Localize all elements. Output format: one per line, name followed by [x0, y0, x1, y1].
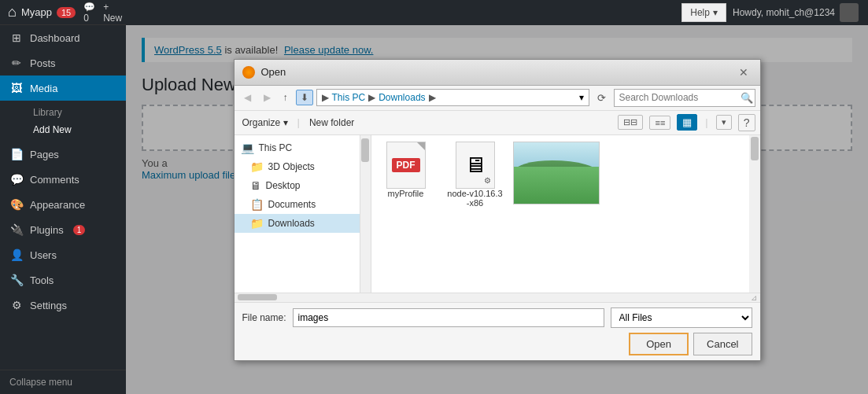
bottom-scrollbar-thumb[interactable] [238, 294, 277, 300]
nav-desktop[interactable]: 🖥 Desktop [235, 176, 360, 195]
sidebar-sub-library[interactable]: Library [24, 104, 126, 121]
dialog-toolbar: Organize | New folder ⊟⊟ ≡≡ ▦ | ▾ ? [235, 111, 760, 135]
dialog-overlay: Open ✕ ◀ ▶ ↑ ⬇ ▶ This PC ▶ Downloads ▶ [126, 25, 868, 394]
user-avatar [840, 3, 859, 22]
organize-button[interactable]: Organize [239, 116, 291, 130]
back-button[interactable]: ◀ [239, 90, 256, 105]
view-details-button[interactable]: ≡≡ [649, 116, 670, 130]
resize-handle: ⊿ [751, 293, 757, 302]
collapse-menu[interactable]: Collapse menu [0, 370, 126, 394]
appearance-icon: 🎨 [9, 198, 24, 211]
sidebar-item-plugins[interactable]: 🔌 Plugins 1 [0, 217, 126, 242]
bottom-scrollbar[interactable]: ⊿ [235, 293, 760, 302]
site-name[interactable]: Myapp [21, 6, 52, 18]
address-downloads[interactable]: Downloads [379, 92, 425, 103]
filetype-select[interactable]: All Files [611, 307, 752, 328]
nav-scrollbar-thumb[interactable] [361, 138, 369, 162]
help-button[interactable]: Help ▾ [681, 3, 726, 22]
sidebar-sub-add-new[interactable]: Add New [24, 121, 126, 138]
dialog-help-button[interactable]: ? [738, 114, 755, 131]
sidebar-item-label: Plugins [30, 224, 64, 236]
nav-documents[interactable]: 📋 Documents [235, 195, 360, 214]
view-list-button[interactable]: ⊟⊟ [618, 115, 643, 130]
this-pc-icon: 💻 [241, 142, 254, 154]
posts-icon: ✏ [9, 57, 24, 69]
comments-icon: 💬 [9, 173, 24, 186]
filename-row: File name: All Files [242, 307, 752, 328]
file-item-image[interactable] [513, 138, 600, 289]
sidebar-item-label: Pages [30, 149, 59, 160]
content-scrollbar-thumb[interactable] [751, 137, 759, 160]
forward-button[interactable]: ▶ [259, 90, 275, 105]
tools-icon: 🔧 [9, 274, 24, 286]
nav-label: Documents [268, 199, 316, 210]
pages-icon: 📄 [9, 148, 24, 160]
sidebar-item-appearance[interactable]: 🎨 Appearance [0, 192, 126, 217]
new-folder-button[interactable]: New folder [306, 116, 357, 130]
sidebar-item-users[interactable]: 👤 Users [0, 242, 126, 267]
nav-scrollbar[interactable] [360, 135, 371, 293]
dialog-title-text: Open [261, 66, 729, 78]
open-file-dialog: Open ✕ ◀ ▶ ↑ ⬇ ▶ This PC ▶ Downloads ▶ [234, 59, 761, 361]
content-scrollbar[interactable] [749, 135, 760, 293]
sidebar-item-label: Appearance [30, 199, 85, 211]
wp-logo-icon: ⌂ [8, 4, 17, 20]
users-icon: 👤 [9, 249, 24, 261]
sidebar: ⌂ Myapp 15 💬 0 + New ⊞ Dashboard ✏ Posts… [0, 0, 126, 394]
dashboard-icon: ⊞ [9, 31, 24, 44]
dialog-close-button[interactable]: ✕ [735, 64, 752, 80]
downloads-nav-arrow[interactable]: ⬇ [296, 90, 313, 105]
3d-objects-icon: 📁 [250, 160, 264, 173]
search-input[interactable] [619, 92, 737, 103]
nav-panel: 💻 This PC 📁 3D Objects 🖥 Desktop 📋 [235, 135, 360, 293]
documents-icon: 📋 [250, 198, 264, 211]
open-button[interactable]: Open [629, 333, 689, 355]
address-dropdown-icon[interactable]: ▾ [579, 92, 584, 103]
sidebar-item-media[interactable]: 🖼 Media [0, 75, 126, 101]
settings-icon: ⚙ [9, 299, 24, 311]
sidebar-item-label: Media [30, 83, 57, 94]
nav-3d-objects[interactable]: 📁 3D Objects [235, 157, 360, 176]
image-thumbnail [513, 142, 600, 204]
pdf-file-icon: PDF [386, 142, 426, 189]
sidebar-item-label: Tools [30, 274, 54, 286]
file-name: node-v10.16.3-x86 [447, 189, 504, 208]
nav-label: Downloads [268, 218, 315, 229]
content-panel: PDF myProfile 🖥 ⚙ node-v10.16.3-x86 [371, 135, 749, 293]
cancel-button[interactable]: Cancel [693, 333, 752, 355]
sidebar-header: ⌂ Myapp 15 💬 0 + New [0, 0, 126, 25]
sidebar-item-label: Users [30, 249, 57, 261]
topbar: Help ▾ Howdy, mohit_ch@1234 [126, 0, 868, 25]
sidebar-item-pages[interactable]: 📄 Pages [0, 142, 126, 167]
sidebar-item-settings[interactable]: ⚙ Settings [0, 293, 126, 318]
sidebar-item-comments[interactable]: 💬 Comments [0, 167, 126, 192]
sidebar-item-dashboard[interactable]: ⊞ Dashboard [0, 25, 126, 50]
up-button[interactable]: ↑ [279, 90, 293, 105]
media-icon: 🖼 [9, 82, 24, 94]
view-icons-button[interactable]: ▦ [677, 114, 697, 131]
file-name: myProfile [388, 189, 424, 198]
address-this-pc[interactable]: This PC [332, 92, 366, 103]
filename-input[interactable] [293, 308, 604, 327]
refresh-button[interactable]: ⟳ [593, 90, 611, 106]
update-count-badge[interactable]: 15 [57, 7, 76, 18]
main-content: Help ▾ Howdy, mohit_ch@1234 WordPress 5.… [126, 0, 868, 394]
view-extra-button[interactable]: ▾ [716, 115, 732, 130]
dialog-body: 💻 This PC 📁 3D Objects 🖥 Desktop 📋 [235, 135, 760, 293]
installer-icon: 🖥 [464, 152, 486, 178]
file-item-node-installer[interactable]: 🖥 ⚙ node-v10.16.3-x86 [444, 138, 507, 289]
thumbnail-ground [514, 167, 599, 204]
desktop-icon: 🖥 [250, 179, 261, 192]
comment-count[interactable]: 💬 0 [83, 2, 95, 24]
dialog-title-icon [242, 66, 255, 79]
sidebar-item-posts[interactable]: ✏ Posts [0, 50, 126, 75]
file-item-mypdf[interactable]: PDF myProfile [375, 138, 438, 289]
nav-downloads[interactable]: 📁 Downloads [235, 214, 360, 233]
dialog-footer: File name: All Files Open Cancel [235, 302, 760, 360]
pdf-badge: PDF [392, 158, 420, 172]
plugins-badge: 1 [73, 225, 86, 235]
sidebar-item-tools[interactable]: 🔧 Tools [0, 267, 126, 293]
downloads-folder-icon: 📁 [250, 217, 264, 230]
nav-this-pc[interactable]: 💻 This PC [235, 138, 360, 157]
new-post-button[interactable]: + New [103, 2, 122, 24]
